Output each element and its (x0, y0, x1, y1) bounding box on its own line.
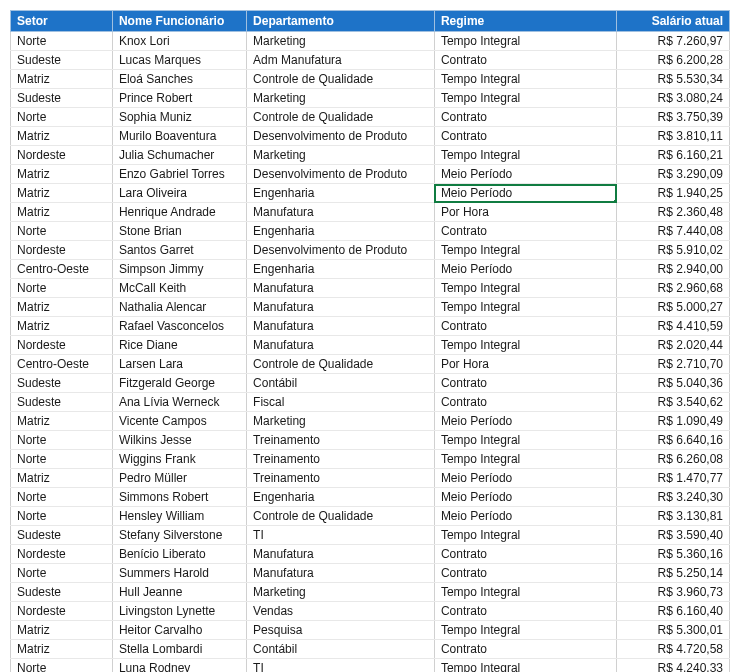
cell-nome[interactable]: Vicente Campos (112, 412, 246, 431)
cell-salario[interactable]: R$ 6.160,40 (617, 602, 730, 621)
cell-salario[interactable]: R$ 2.960,68 (617, 279, 730, 298)
table-row[interactable]: NorteMcCall KeithManufaturaTempo Integra… (11, 279, 730, 298)
cell-setor[interactable]: Matriz (11, 184, 113, 203)
cell-salario[interactable]: R$ 2.710,70 (617, 355, 730, 374)
cell-setor[interactable]: Matriz (11, 640, 113, 659)
table-row[interactable]: MatrizPedro MüllerTreinamentoMeio Períod… (11, 469, 730, 488)
cell-nome[interactable]: Stone Brian (112, 222, 246, 241)
cell-setor[interactable]: Sudeste (11, 51, 113, 70)
cell-setor[interactable]: Matriz (11, 203, 113, 222)
cell-salario[interactable]: R$ 3.750,39 (617, 108, 730, 127)
table-row[interactable]: Centro-OesteSimpson JimmyEngenhariaMeio … (11, 260, 730, 279)
cell-setor[interactable]: Nordeste (11, 336, 113, 355)
cell-setor[interactable]: Sudeste (11, 583, 113, 602)
table-row[interactable]: NordesteLivingston LynetteVendasContrato… (11, 602, 730, 621)
cell-setor[interactable]: Nordeste (11, 146, 113, 165)
cell-setor[interactable]: Matriz (11, 317, 113, 336)
cell-setor[interactable]: Norte (11, 222, 113, 241)
cell-setor[interactable]: Sudeste (11, 89, 113, 108)
table-row[interactable]: NorteStone BrianEngenhariaContratoR$ 7.4… (11, 222, 730, 241)
cell-setor[interactable]: Centro-Oeste (11, 260, 113, 279)
cell-salario[interactable]: R$ 5.300,01 (617, 621, 730, 640)
cell-regime[interactable]: Tempo Integral (434, 89, 616, 108)
cell-salario[interactable]: R$ 5.360,16 (617, 545, 730, 564)
cell-nome[interactable]: Enzo Gabriel Torres (112, 165, 246, 184)
cell-setor[interactable]: Centro-Oeste (11, 355, 113, 374)
cell-nome[interactable]: Julia Schumacher (112, 146, 246, 165)
cell-depto[interactable]: Marketing (247, 583, 435, 602)
cell-regime[interactable]: Meio Período (434, 412, 616, 431)
table-row[interactable]: NorteHensley WilliamControle de Qualidad… (11, 507, 730, 526)
cell-regime[interactable]: Contrato (434, 602, 616, 621)
cell-setor[interactable]: Norte (11, 488, 113, 507)
cell-depto[interactable]: Controle de Qualidade (247, 70, 435, 89)
cell-salario[interactable]: R$ 6.260,08 (617, 450, 730, 469)
cell-nome[interactable]: Hull Jeanne (112, 583, 246, 602)
cell-salario[interactable]: R$ 5.530,34 (617, 70, 730, 89)
cell-nome[interactable]: Stella Lombardi (112, 640, 246, 659)
cell-nome[interactable]: Lucas Marques (112, 51, 246, 70)
cell-depto[interactable]: Contábil (247, 374, 435, 393)
cell-salario[interactable]: R$ 3.130,81 (617, 507, 730, 526)
employee-table[interactable]: Setor Nome Funcionário Departamento Regi… (10, 10, 730, 672)
cell-setor[interactable]: Sudeste (11, 526, 113, 545)
cell-nome[interactable]: Fitzgerald George (112, 374, 246, 393)
cell-salario[interactable]: R$ 1.470,77 (617, 469, 730, 488)
cell-salario[interactable]: R$ 4.240,33 (617, 659, 730, 673)
cell-depto[interactable]: Fiscal (247, 393, 435, 412)
cell-salario[interactable]: R$ 4.410,59 (617, 317, 730, 336)
header-setor[interactable]: Setor (11, 11, 113, 32)
cell-regime[interactable]: Contrato (434, 222, 616, 241)
cell-salario[interactable]: R$ 3.240,30 (617, 488, 730, 507)
table-row[interactable]: MatrizStella LombardiContábilContratoR$ … (11, 640, 730, 659)
cell-nome[interactable]: Hensley William (112, 507, 246, 526)
cell-nome[interactable]: Sophia Muniz (112, 108, 246, 127)
cell-regime[interactable]: Tempo Integral (434, 659, 616, 673)
cell-depto[interactable]: Adm Manufatura (247, 51, 435, 70)
header-regime[interactable]: Regime (434, 11, 616, 32)
table-row[interactable]: NordesteSantos GarretDesenvolvimento de … (11, 241, 730, 260)
cell-depto[interactable]: Treinamento (247, 469, 435, 488)
cell-regime[interactable]: Tempo Integral (434, 32, 616, 51)
cell-regime[interactable]: Contrato (434, 317, 616, 336)
cell-depto[interactable]: Manufatura (247, 298, 435, 317)
table-row[interactable]: MatrizHeitor CarvalhoPesquisaTempo Integ… (11, 621, 730, 640)
table-row[interactable]: NorteKnox LoriMarketingTempo IntegralR$ … (11, 32, 730, 51)
cell-regime[interactable]: Meio Período (434, 488, 616, 507)
cell-regime[interactable]: Tempo Integral (434, 621, 616, 640)
cell-setor[interactable]: Norte (11, 431, 113, 450)
cell-depto[interactable]: Manufatura (247, 317, 435, 336)
cell-regime[interactable]: Tempo Integral (434, 298, 616, 317)
cell-depto[interactable]: Controle de Qualidade (247, 355, 435, 374)
table-row[interactable]: SudestePrince RobertMarketingTempo Integ… (11, 89, 730, 108)
cell-nome[interactable]: Pedro Müller (112, 469, 246, 488)
cell-depto[interactable]: Controle de Qualidade (247, 108, 435, 127)
cell-nome[interactable]: Simmons Robert (112, 488, 246, 507)
table-row[interactable]: NordesteBenício LiberatoManufaturaContra… (11, 545, 730, 564)
cell-nome[interactable]: Murilo Boaventura (112, 127, 246, 146)
cell-setor[interactable]: Sudeste (11, 393, 113, 412)
cell-nome[interactable]: Prince Robert (112, 89, 246, 108)
cell-nome[interactable]: Rice Diane (112, 336, 246, 355)
cell-depto[interactable]: TI (247, 526, 435, 545)
cell-regime[interactable]: Contrato (434, 127, 616, 146)
cell-depto[interactable]: Manufatura (247, 279, 435, 298)
cell-setor[interactable]: Norte (11, 32, 113, 51)
cell-nome[interactable]: Simpson Jimmy (112, 260, 246, 279)
table-row[interactable]: NordesteJulia SchumacherMarketingTempo I… (11, 146, 730, 165)
cell-setor[interactable]: Norte (11, 564, 113, 583)
cell-depto[interactable]: Treinamento (247, 431, 435, 450)
cell-regime[interactable]: Tempo Integral (434, 70, 616, 89)
cell-salario[interactable]: R$ 6.160,21 (617, 146, 730, 165)
cell-setor[interactable]: Matriz (11, 127, 113, 146)
cell-depto[interactable]: Engenharia (247, 184, 435, 203)
cell-salario[interactable]: R$ 1.090,49 (617, 412, 730, 431)
table-row[interactable]: NorteSimmons RobertEngenhariaMeio Períod… (11, 488, 730, 507)
cell-regime[interactable]: Tempo Integral (434, 241, 616, 260)
cell-regime[interactable]: Tempo Integral (434, 146, 616, 165)
cell-nome[interactable]: Stefany Silverstone (112, 526, 246, 545)
cell-nome[interactable]: Nathalia Alencar (112, 298, 246, 317)
cell-regime[interactable]: Contrato (434, 51, 616, 70)
cell-setor[interactable]: Norte (11, 450, 113, 469)
table-row[interactable]: NordesteRice DianeManufaturaTempo Integr… (11, 336, 730, 355)
